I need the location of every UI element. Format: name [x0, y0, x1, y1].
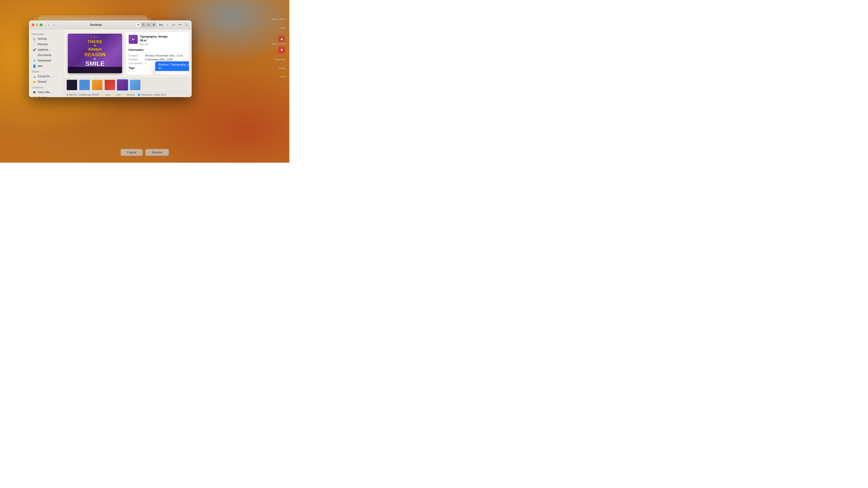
window-body: Favourites 📡 AirDrop 🕐 Recents 🚀 Applica… [29, 29, 192, 97]
file-strip-thumb-5[interactable] [117, 79, 128, 91]
thumbnail-text-always: Always [88, 47, 102, 52]
tm-arrow-down[interactable]: ▼ [278, 46, 285, 54]
breadcrumb-sep-4: › [136, 94, 136, 96]
sidebar-item-icloud-label: iCloud Dri... [38, 75, 52, 78]
view-gallery-btn[interactable]: ⊠ [151, 23, 156, 27]
sidebar-item-alex-label: alex [38, 64, 43, 68]
modified-label: Modified [129, 58, 143, 61]
file-strip [64, 77, 192, 92]
view-list-btn[interactable]: ☰ [141, 23, 146, 27]
view-buttons: ⊞ ☰ ⊟ ⊠ [135, 22, 156, 27]
file-thumbnail: ✦ ✦ ✦ THERE IS Always REASON to SMILE [68, 34, 122, 73]
sidebar-item-dropbox-label: Dropbox [38, 96, 48, 97]
sidebar-item-applications[interactable]: 🚀 Applicati... [30, 47, 63, 53]
file-strip-thumb-1[interactable] [66, 79, 78, 91]
minimize-button[interactable] [36, 24, 38, 26]
thumb-dark [67, 80, 77, 90]
file-size: 601 KB [140, 43, 186, 46]
toolbar-icons: ⊞▾ ↑ 🏷 ••• 🔍 [158, 22, 189, 28]
bottom-buttons: Cancel Restore [121, 149, 169, 156]
thumbnail-text-to: to [94, 58, 96, 60]
forward-button[interactable]: › [52, 22, 57, 27]
alex-icon: 👤 [33, 64, 36, 68]
folder-icon-3: 📁 [123, 94, 126, 96]
file-strip-thumb-4[interactable] [104, 79, 116, 91]
info-section-title: Information [129, 48, 186, 53]
sidebar-section-locations: Locations [29, 85, 64, 90]
context-menu-restore[interactable]: Restore "Typography_design 06.ai" to... [155, 61, 189, 71]
dropbox-icon: 📦 [33, 96, 36, 97]
sidebar-item-downloads-label: Downloads [38, 59, 51, 62]
window-title: Desktop [58, 23, 133, 26]
sidebar-item-macbook[interactable]: 💻 Alex's Ma... [30, 90, 63, 95]
file-meta: Typography_design06.ai 601 KB [140, 35, 186, 46]
breadcrumb-sep-2: › [112, 94, 112, 96]
file-icon-bc: 🔷 [137, 94, 140, 96]
file-strip-thumb-3[interactable] [92, 79, 103, 91]
file-name: Typography_design06.ai [140, 35, 186, 42]
file-strip-thumb-6[interactable] [129, 79, 141, 91]
file-strip-thumb-2[interactable] [79, 79, 90, 91]
airdrop-icon: 📡 [33, 37, 36, 41]
sidebar-item-shared[interactable]: 🤝 Shared [30, 79, 63, 85]
thumb-orange [92, 80, 102, 90]
thumbnail-text-reason: REASON [84, 52, 105, 58]
file-thumbnail-container: ✦ ✦ ✦ THERE IS Always REASON to SMILE [67, 32, 123, 75]
icloud-icon: ☁ [33, 74, 36, 78]
titlebar: ‹ › Desktop ⊞ ☰ ⊟ ⊠ ⊞▾ ↑ 🏷 ••• 🔍 [29, 20, 192, 29]
sidebar-item-macbook-label: Alex's Ma... [38, 91, 52, 94]
view-column-btn[interactable]: ⊟ [146, 23, 151, 27]
back-button[interactable]: ‹ [46, 22, 51, 27]
sidebar-item-recents-label: Recents [38, 43, 48, 46]
downloads-icon: ⬇ [33, 59, 36, 62]
cancel-button[interactable]: Cancel [121, 149, 143, 156]
traffic-lights [32, 24, 42, 26]
sidebar-item-dropbox[interactable]: 📦 Dropbox [30, 95, 63, 97]
sidebar-section-icloud: iCloud [29, 69, 64, 74]
restore-button[interactable]: Restore [145, 149, 169, 156]
macos-icon: 🖥 [66, 94, 68, 96]
sidebar: Favourites 📡 AirDrop 🕐 Recents 🚀 Applica… [29, 29, 64, 97]
file-icon-ai: Ai [129, 35, 138, 44]
search-button[interactable]: 🔍 [184, 22, 189, 28]
tm-arrows-down: ▼ [278, 46, 285, 54]
breadcrumb-macos: 🖥 MacOS - Data@snap-656188 [66, 94, 99, 96]
tm-arrow-up[interactable]: ▲ [278, 35, 285, 42]
thumb-blue [79, 80, 90, 90]
view-icon-btn[interactable]: ⊞ [135, 23, 141, 27]
file-info-header: Ai Typography_design06.ai 601 KB [129, 35, 186, 46]
sidebar-item-icloud-drive[interactable]: ☁ iCloud Dri... [30, 74, 63, 79]
sidebar-item-airdrop[interactable]: 📡 AirDrop [30, 36, 63, 41]
breadcrumb-sep-1: › [100, 94, 101, 96]
folder-icon-1: 📁 [101, 94, 104, 96]
folder-icon-2: 📁 [113, 94, 116, 96]
recents-icon: 🕐 [33, 42, 36, 46]
tag-button[interactable]: 🏷 [171, 22, 176, 28]
sidebar-item-recents[interactable]: 🕐 Recents [30, 41, 63, 47]
sidebar-item-airdrop-label: AirDrop [38, 37, 47, 40]
share-button[interactable]: ↑ [164, 22, 170, 28]
thumbnail-text-there: THERE [88, 39, 102, 44]
action-button[interactable]: ••• [177, 22, 183, 28]
applications-icon: 🚀 [33, 48, 36, 52]
last-opened-label: Last opened [129, 62, 143, 65]
info-row-created: Created Monday, 8 November 2021, 11:05 [129, 54, 186, 57]
breadcrumb-alex: 📁 alex [113, 94, 121, 96]
nav-buttons: ‹ › [46, 22, 57, 27]
sidebar-item-applications-label: Applicati... [38, 48, 50, 51]
sidebar-item-documents[interactable]: 📄 Documents [30, 53, 63, 58]
file-info-panel: Ai Typography_design06.ai 601 KB Informa… [126, 32, 189, 75]
created-value: Monday, 8 November 2021, 11:05 [145, 54, 186, 57]
finder-window: ‹ › Desktop ⊞ ☰ ⊟ ⊠ ⊞▾ ↑ 🏷 ••• 🔍 Favouri… [29, 20, 192, 97]
more-view-btn[interactable]: ⊞▾ [158, 22, 164, 28]
content-area: ✦ ✦ ✦ THERE IS Always REASON to SMILE [64, 29, 192, 97]
thumbnail-text-smile: SMILE [85, 60, 105, 67]
maximize-button[interactable] [40, 24, 42, 26]
sidebar-item-alex[interactable]: 👤 alex [30, 63, 63, 69]
sidebar-item-shared-label: Shared [38, 80, 46, 84]
documents-icon: 📄 [33, 53, 36, 57]
close-button[interactable] [32, 24, 34, 26]
sidebar-item-downloads[interactable]: ⬇ Downloads [30, 58, 63, 63]
shared-icon: 🤝 [33, 80, 36, 84]
context-menu-get-info[interactable]: Get Info [155, 72, 189, 75]
